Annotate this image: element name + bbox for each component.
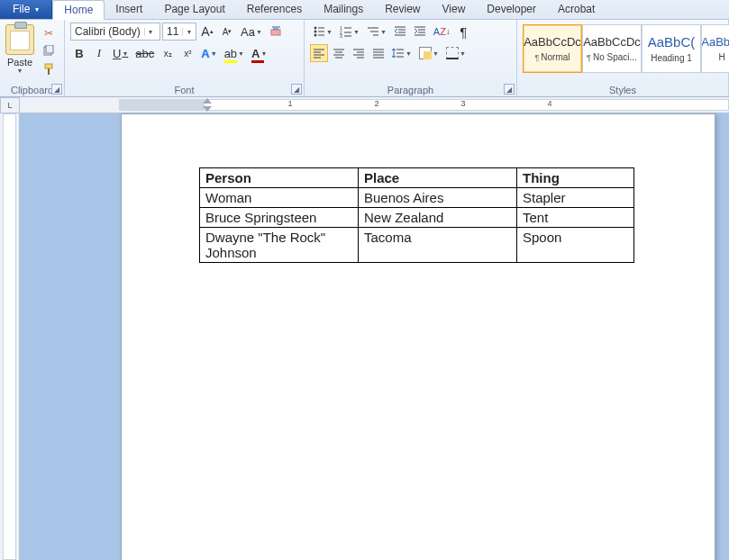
table-cell[interactable]: Buenos Aires <box>359 188 517 208</box>
outdent-icon <box>394 25 406 38</box>
align-center-button[interactable] <box>330 44 348 62</box>
table-cell[interactable]: Bruce Springsteen <box>200 208 359 228</box>
borders-button[interactable]: ▼ <box>443 44 469 62</box>
subscript-button[interactable]: x₂ <box>159 44 177 62</box>
ribbon: Paste ▼ ✂ Clipboard ◢ Calibri (Body) ▾ 1 <box>0 20 729 97</box>
bullets-button[interactable]: ▼ <box>310 23 335 41</box>
tab-developer[interactable]: Developer <box>476 0 547 19</box>
chevron-down-icon: ▾ <box>35 5 39 14</box>
table-cell[interactable]: Dwayne "The Rock" Johnson <box>200 228 359 263</box>
change-case-button[interactable]: Aa▼ <box>238 23 265 41</box>
table-row[interactable]: Woman Buenos Aires Stapler <box>200 188 634 208</box>
document-table[interactable]: Person Place Thing Woman Buenos Aires St… <box>199 167 634 263</box>
table-cell[interactable]: Spoon <box>517 228 634 263</box>
tab-selector[interactable]: L <box>0 97 20 113</box>
table-header-row[interactable]: Person Place Thing <box>200 168 634 188</box>
style-no-spacing[interactable]: AaBbCcDc ¶No Spaci... <box>582 24 642 73</box>
group-label-font: Font <box>65 85 304 95</box>
justify-icon <box>372 47 385 59</box>
chevron-down-icon: ▼ <box>17 68 23 74</box>
svg-point-7 <box>314 27 317 30</box>
tab-file[interactable]: File ▾ <box>0 0 52 19</box>
table-header-cell[interactable]: Thing <box>517 168 634 188</box>
align-right-button[interactable] <box>350 44 368 62</box>
svg-point-11 <box>314 34 317 37</box>
tab-review[interactable]: Review <box>374 0 431 19</box>
italic-button[interactable]: I <box>90 44 108 62</box>
text-effects-button[interactable]: A▼ <box>198 44 219 62</box>
borders-icon <box>446 47 459 59</box>
justify-button[interactable] <box>369 44 387 62</box>
tab-acrobat[interactable]: Acrobat <box>547 0 606 19</box>
indent-icon <box>414 25 426 38</box>
table-row[interactable]: Dwayne "The Rock" Johnson Tacoma Spoon <box>200 228 634 263</box>
table-cell[interactable]: Tacoma <box>359 228 517 263</box>
cut-button[interactable]: ✂ <box>41 26 56 41</box>
shading-icon <box>419 47 432 59</box>
group-clipboard: Paste ▼ ✂ Clipboard ◢ <box>0 20 65 96</box>
chevron-down-icon: ▾ <box>144 28 157 36</box>
shading-button[interactable]: ▼ <box>416 44 442 62</box>
style-heading-2[interactable]: AaBbC( H <box>701 24 729 73</box>
table-header-cell[interactable]: Person <box>200 168 359 188</box>
increase-indent-button[interactable] <box>411 23 429 41</box>
font-color-button[interactable]: A▼ <box>249 44 269 62</box>
svg-rect-3 <box>48 68 50 75</box>
tab-references[interactable]: References <box>236 0 313 19</box>
font-size-combo[interactable]: 11 ▾ <box>162 23 196 41</box>
paragraph-dialog-launcher[interactable]: ◢ <box>504 84 515 95</box>
tab-insert[interactable]: Insert <box>105 0 153 19</box>
clipboard-dialog-launcher[interactable]: ◢ <box>51 84 62 95</box>
table-cell[interactable]: Stapler <box>517 188 634 208</box>
table-row[interactable]: Bruce Springsteen New Zealand Tent <box>200 208 634 228</box>
clear-formatting-button[interactable] <box>267 23 287 41</box>
underline-button[interactable]: U▼ <box>110 44 131 62</box>
table-cell[interactable]: Woman <box>200 188 359 208</box>
superscript-button[interactable]: x² <box>178 44 196 62</box>
decrease-indent-button[interactable] <box>391 23 409 41</box>
document-area: L 1 2 3 4 Person Place Thing Woman Bueno… <box>0 97 729 560</box>
svg-rect-2 <box>45 64 52 68</box>
first-line-indent-marker[interactable] <box>203 98 212 104</box>
document-page[interactable]: Person Place Thing Woman Buenos Aires St… <box>121 113 715 560</box>
align-center-icon <box>333 47 345 59</box>
tab-home[interactable]: Home <box>52 0 105 20</box>
font-name-combo[interactable]: Calibri (Body) ▾ <box>70 23 160 41</box>
align-left-button[interactable] <box>310 44 328 62</box>
tab-page-layout[interactable]: Page Layout <box>153 0 235 19</box>
shrink-font-button[interactable]: A▾ <box>218 23 236 41</box>
show-marks-button[interactable]: ¶ <box>454 23 472 41</box>
bold-button[interactable]: B <box>70 44 88 62</box>
style-heading-1[interactable]: AaBbC( Heading 1 <box>642 24 701 73</box>
font-dialog-launcher[interactable]: ◢ <box>291 84 302 95</box>
multilevel-list-button[interactable]: ▼ <box>364 23 389 41</box>
font-size-value: 11 <box>163 25 182 38</box>
tab-mailings[interactable]: Mailings <box>313 0 374 19</box>
grow-font-button[interactable]: A▴ <box>198 23 216 41</box>
style-normal[interactable]: AaBbCcDc ¶Normal <box>523 24 582 73</box>
paste-label: Paste <box>7 57 32 68</box>
format-painter-button[interactable] <box>41 62 56 77</box>
align-left-icon <box>313 47 325 59</box>
vertical-ruler[interactable] <box>0 113 20 560</box>
line-spacing-button[interactable]: ▼ <box>389 44 415 62</box>
multilevel-icon <box>367 25 379 38</box>
horizontal-ruler[interactable]: 1 2 3 4 <box>20 97 729 113</box>
table-cell[interactable]: Tent <box>517 208 634 228</box>
hanging-indent-marker[interactable] <box>203 106 212 112</box>
table-cell[interactable]: New Zealand <box>359 208 517 228</box>
font-name-value: Calibri (Body) <box>71 25 144 38</box>
tab-view[interactable]: View <box>432 0 477 19</box>
clipboard-icon <box>5 24 34 55</box>
numbering-icon: 123 <box>340 25 352 38</box>
chevron-down-icon: ▾ <box>182 28 195 36</box>
paste-button[interactable]: Paste ▼ <box>5 23 38 84</box>
highlight-button[interactable]: ab▼ <box>222 44 247 62</box>
numbering-button[interactable]: 123▼ <box>337 23 362 41</box>
group-label-paragraph: Paragraph <box>305 85 516 95</box>
copy-button[interactable] <box>41 44 56 59</box>
table-header-cell[interactable]: Place <box>359 168 517 188</box>
svg-text:3: 3 <box>340 33 342 38</box>
sort-button[interactable]: AZ↓ <box>431 23 453 41</box>
strikethrough-button[interactable]: abc <box>132 44 157 62</box>
